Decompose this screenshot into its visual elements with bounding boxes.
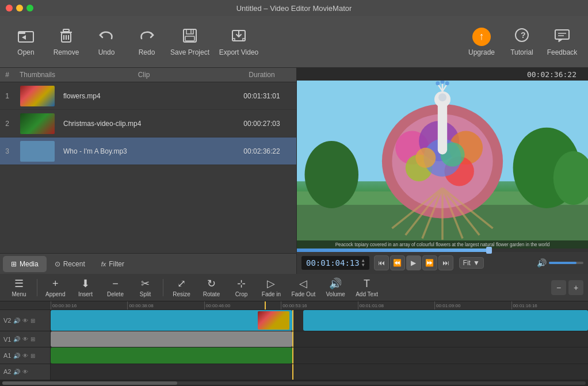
- timeline-tracks: 00:00:30:16 00:00:38:08 00:00:46:00 00:0…: [0, 301, 588, 380]
- volume-icon[interactable]: 🔊: [537, 258, 547, 267]
- track-audio-icon[interactable]: 🔊: [13, 353, 20, 359]
- close-button[interactable]: [6, 5, 13, 12]
- insert-button[interactable]: ⬇ Insert: [71, 275, 100, 300]
- track-content-a2[interactable]: [51, 364, 588, 380]
- track-a2: A2 🔊 👁: [0, 364, 588, 380]
- tutorial-icon: ?: [513, 27, 530, 46]
- undo-button[interactable]: Undo: [86, 20, 127, 63]
- menu-icon: ☰: [14, 277, 24, 290]
- volume-control[interactable]: 🔊: [537, 258, 583, 267]
- redo-button[interactable]: Redo: [127, 20, 167, 63]
- fit-dropdown[interactable]: Fit ▼: [459, 257, 484, 269]
- track-audio-icon[interactable]: 🔊: [13, 336, 20, 342]
- tutorial-button[interactable]: ? Tutorial: [502, 20, 542, 63]
- delete-button[interactable]: − Delete: [101, 276, 129, 300]
- track-eye-icon[interactable]: 👁: [22, 353, 28, 359]
- playhead-a2: [292, 364, 293, 380]
- fadeout-button[interactable]: ◁ Fade Out: [287, 275, 320, 300]
- track-lock-icon[interactable]: ⊞: [30, 336, 35, 342]
- clip-v2-left[interactable]: [51, 310, 292, 331]
- time-down[interactable]: ▼: [362, 263, 365, 267]
- tab-media[interactable]: ⊞ Media: [3, 256, 47, 272]
- table-row[interactable]: 1 flowers.mp4 00:01:31:01: [0, 82, 296, 110]
- track-eye-icon[interactable]: 👁: [22, 336, 28, 342]
- track-name-a1: A1: [3, 352, 11, 359]
- svg-rect-35: [438, 101, 447, 154]
- svg-point-33: [415, 148, 436, 168]
- tab-recent-label: Recent: [63, 260, 85, 268]
- remove-button[interactable]: Remove: [46, 20, 86, 63]
- ruler-mark: 00:00:30:16: [51, 301, 127, 310]
- addtext-button[interactable]: T Add Text: [351, 276, 383, 300]
- fadeout-label: Fade Out: [291, 291, 315, 297]
- track-content-v2[interactable]: [51, 310, 588, 331]
- tab-filter[interactable]: fx Filter: [93, 256, 132, 272]
- row-clip-name: flowers.mp4: [60, 92, 227, 100]
- recent-icon: ⊙: [55, 260, 60, 268]
- table-row[interactable]: 2 Christmas-video-clip.mp4 00:00:27:03: [0, 110, 296, 137]
- playhead-v1: [292, 331, 293, 347]
- track-content-a1[interactable]: [51, 347, 588, 363]
- save-project-button[interactable]: Save Project: [167, 20, 213, 63]
- ruler-mark: 00:01:09:00: [434, 301, 511, 310]
- skip-back-button[interactable]: ⏮: [374, 255, 389, 270]
- upgrade-label: Upgrade: [468, 48, 495, 56]
- scrollbar-track[interactable]: [2, 381, 586, 385]
- track-eye-icon[interactable]: 👁: [22, 369, 28, 375]
- track-audio-icon[interactable]: 🔊: [13, 318, 20, 324]
- skip-forward-button[interactable]: ⏭: [438, 255, 453, 270]
- tab-recent[interactable]: ⊙ Recent: [47, 256, 93, 272]
- append-button[interactable]: + Append: [41, 276, 70, 300]
- feedback-button[interactable]: Feedback: [542, 20, 582, 63]
- track-label-v1: V1 🔊 👁 ⊞: [0, 331, 51, 347]
- scrollbar-thumb[interactable]: [2, 381, 177, 385]
- track-lock-icon[interactable]: ⊞: [30, 318, 35, 324]
- clip-a1[interactable]: [51, 347, 292, 363]
- rewind-button[interactable]: ⏪: [390, 255, 405, 270]
- current-time-display[interactable]: 00:01:04:13 ▲ ▼: [301, 256, 369, 270]
- zoom-in-button[interactable]: +: [568, 280, 583, 295]
- col-header-thumbnails: Thumbnails: [14, 71, 60, 79]
- fadein-label: Fade in: [262, 291, 281, 297]
- addtext-icon: T: [364, 278, 370, 290]
- play-button[interactable]: ▶: [406, 255, 421, 270]
- volume-slider[interactable]: [549, 262, 583, 264]
- thumbnail-image: [20, 86, 55, 106]
- minimize-button[interactable]: [16, 5, 23, 12]
- menu-button[interactable]: ☰ Menu: [5, 275, 33, 300]
- track-lock-icon[interactable]: ⊞: [30, 353, 35, 359]
- split-button[interactable]: ✂ Split: [131, 275, 159, 300]
- redo-icon: [138, 27, 155, 46]
- table-row[interactable]: 3 Who - I'm A Boy.mp3 00:02:36:22: [0, 137, 296, 165]
- resize-label: Resize: [173, 291, 190, 297]
- track-eye-icon[interactable]: 👁: [22, 318, 28, 324]
- seek-bar[interactable]: [297, 249, 588, 252]
- clip-v2-right[interactable]: [303, 310, 588, 331]
- fast-forward-button[interactable]: ⏩: [422, 255, 437, 270]
- timeline-area: ☰ Menu + Append ⬇ Insert − Delete ✂ Spli…: [0, 274, 588, 386]
- toolbar: Open Remove Undo: [0, 16, 588, 68]
- zoom-out-button[interactable]: −: [551, 280, 566, 295]
- upgrade-icon: ↑: [472, 28, 491, 46]
- open-button[interactable]: Open: [6, 20, 46, 63]
- export-video-button[interactable]: Export Video: [213, 20, 265, 63]
- right-panel: 00:02:36:22: [297, 68, 588, 274]
- preview-video-frame: Peacock topiary covered in an array of c…: [297, 81, 588, 249]
- track-audio-icon[interactable]: 🔊: [13, 369, 20, 375]
- track-content-v1[interactable]: [51, 331, 588, 347]
- volume-button[interactable]: 🔊 Volume: [321, 275, 350, 300]
- rotate-button[interactable]: ↻ Rotate: [197, 275, 226, 300]
- ruler-mark: 00:01:16:16: [511, 301, 588, 310]
- resize-button[interactable]: ⤢ Resize: [167, 275, 196, 300]
- crop-button[interactable]: ⊹ Crop: [227, 275, 255, 300]
- insert-icon: ⬇: [81, 277, 90, 290]
- fadein-button[interactable]: ▷ Fade in: [257, 275, 285, 300]
- time-steppers[interactable]: ▲ ▼: [362, 258, 365, 267]
- horizontal-scrollbar[interactable]: [0, 380, 588, 386]
- upgrade-button[interactable]: ↑ Upgrade: [461, 20, 502, 63]
- traffic-lights[interactable]: [6, 5, 33, 12]
- track-label-v2: V2 🔊 👁 ⊞: [0, 310, 51, 331]
- seek-handle[interactable]: [486, 247, 492, 254]
- clip-v1[interactable]: [51, 331, 292, 347]
- maximize-button[interactable]: [26, 5, 33, 12]
